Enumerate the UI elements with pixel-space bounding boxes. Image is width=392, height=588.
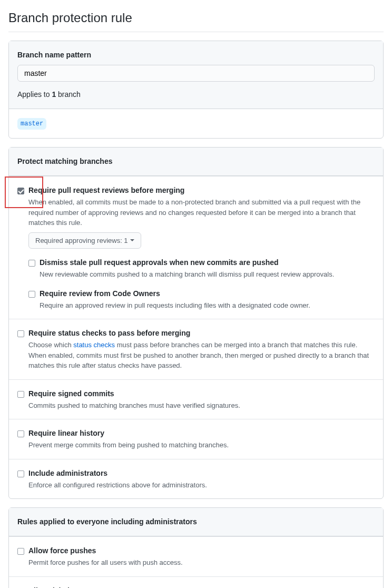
allow-delete-label: Allow deletions [28, 585, 375, 589]
required-reviews-label: Required approving reviews: 1 [35, 236, 128, 246]
include-admins-checkbox[interactable] [17, 471, 24, 477]
status-checks-desc: Choose which status checks must pass bef… [28, 340, 375, 371]
signed-commits-checkbox[interactable] [17, 391, 24, 398]
status-checks-checkbox[interactable] [17, 330, 24, 337]
codeowners-checkbox[interactable] [28, 291, 35, 298]
status-checks-link[interactable]: status checks [73, 341, 115, 349]
force-push-desc: Permit force pushes for all users with p… [28, 557, 375, 568]
everyone-box: Rules applied to everyone including admi… [8, 507, 384, 588]
include-admins-desc: Enforce all configured restrictions abov… [28, 480, 375, 491]
include-admins-label: Include administrators [28, 468, 375, 479]
linear-history-checkbox[interactable] [17, 430, 24, 437]
branch-chip: master [17, 118, 46, 130]
applies-count: 1 [52, 90, 56, 99]
require-pr-desc: When enabled, all commits must be made t… [28, 197, 375, 228]
applies-text: Applies to 1 branch [17, 89, 375, 100]
codeowners-row: Require review from Code Owners Require … [28, 288, 375, 311]
signed-commits-label: Require signed commits [28, 388, 375, 399]
signed-commits-row: Require signed commits Commits pushed to… [9, 379, 383, 419]
linear-history-row: Require linear history Prevent merge com… [9, 419, 383, 459]
signed-commits-desc: Commits pushed to matching branches must… [28, 400, 375, 411]
status-checks-row: Require status checks to pass before mer… [9, 319, 383, 379]
applies-suffix: branch [56, 90, 81, 99]
require-pr-label: Require pull request reviews before merg… [28, 185, 375, 196]
allow-delete-row: Allow deletions Allow users with push ac… [9, 576, 383, 589]
dismiss-stale-checkbox[interactable] [28, 260, 35, 267]
force-push-label: Allow force pushes [28, 545, 375, 556]
include-admins-row: Include administrators Enforce all confi… [9, 459, 383, 499]
dismiss-stale-desc: New reviewable commits pushed to a match… [40, 269, 375, 280]
dismiss-stale-label: Dismiss stale pull request approvals whe… [40, 257, 375, 268]
protect-section-title: Protect matching branches [17, 156, 375, 167]
everyone-section-title: Rules applied to everyone including admi… [17, 516, 375, 527]
branch-pattern-input[interactable] [17, 65, 375, 82]
require-pr-checkbox[interactable] [17, 188, 24, 194]
dismiss-stale-row: Dismiss stale pull request approvals whe… [28, 257, 375, 280]
branch-pattern-box: Branch name pattern Applies to 1 branch … [8, 41, 384, 139]
chevron-down-icon [130, 239, 134, 241]
linear-history-label: Require linear history [28, 428, 375, 439]
require-pr-row: Require pull request reviews before merg… [9, 176, 383, 319]
applies-prefix: Applies to [17, 90, 52, 99]
linear-history-desc: Prevent merge commits from being pushed … [28, 440, 375, 450]
codeowners-label: Require review from Code Owners [40, 288, 375, 299]
codeowners-desc: Require an approved review in pull reque… [40, 300, 375, 311]
force-push-checkbox[interactable] [17, 548, 24, 555]
protect-branches-box: Protect matching branches Require pull r… [8, 147, 384, 499]
status-checks-label: Require status checks to pass before mer… [28, 328, 375, 339]
force-push-row: Allow force pushes Permit force pushes f… [9, 536, 383, 576]
branch-pattern-label: Branch name pattern [17, 50, 375, 61]
required-reviews-dropdown[interactable]: Required approving reviews: 1 [28, 232, 141, 249]
page-title: Branch protection rule [8, 8, 384, 32]
